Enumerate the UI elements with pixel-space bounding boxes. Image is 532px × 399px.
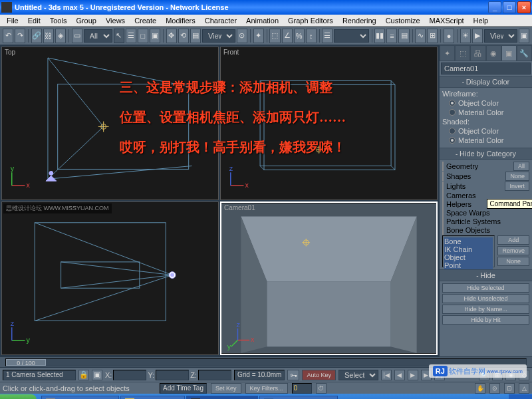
absolute-mode-button[interactable]: ▣: [92, 370, 102, 380]
curve-editor-button[interactable]: ∿: [415, 29, 426, 43]
time-config-button[interactable]: ⏱: [316, 383, 327, 394]
viewport-left[interactable]: 思维设计论坛 WWW.MISSYUAN.COM y z: [1, 201, 219, 355]
goto-start-button[interactable]: |◀: [381, 370, 392, 380]
set-key-button[interactable]: Set Key: [211, 383, 241, 394]
chk-geometry[interactable]: [442, 162, 444, 171]
pan-button[interactable]: ✋: [475, 383, 485, 394]
coord-z-input[interactable]: [198, 370, 231, 380]
minimize-button[interactable]: _: [488, 1, 501, 13]
menu-views[interactable]: Views: [102, 16, 129, 25]
field-of-view-button[interactable]: △: [519, 383, 529, 394]
close-button[interactable]: ×: [517, 1, 531, 13]
tab-motion[interactable]: ◉: [486, 45, 501, 61]
rotate-button[interactable]: ⟲: [178, 29, 189, 43]
btn-hide-by-name[interactable]: Hide by Name...: [442, 305, 529, 314]
tab-hierarchy[interactable]: 品: [470, 45, 485, 61]
named-selection-button[interactable]: ☰: [322, 29, 332, 43]
quick-render-button[interactable]: ▶: [472, 29, 483, 43]
menu-character[interactable]: Character: [201, 16, 241, 25]
tab-utilities[interactable]: 🔧: [517, 45, 532, 61]
select-manipulate-button[interactable]: ✦: [253, 29, 264, 43]
material-editor-button[interactable]: ●: [444, 29, 454, 43]
btn-hide-by-hit[interactable]: Hide by Hit: [442, 315, 529, 325]
key-mode-toggle[interactable]: 🗝: [287, 370, 299, 380]
chk-lights[interactable]: [442, 182, 444, 191]
btn-none[interactable]: None: [505, 172, 529, 181]
viewport-camera[interactable]: Camera01 x z y: [220, 201, 438, 355]
angle-snap-button[interactable]: ∠: [282, 29, 293, 43]
menu-modifiers[interactable]: Modifiers: [162, 16, 200, 25]
center-pivot-button[interactable]: ⊙: [237, 29, 247, 43]
coord-x-input[interactable]: [113, 370, 146, 380]
percent-snap-button[interactable]: %: [294, 29, 305, 43]
chk-particle-systems[interactable]: [442, 217, 444, 226]
object-name-field[interactable]: [441, 63, 531, 74]
key-filters-button[interactable]: Key Filters...: [245, 383, 288, 394]
menu-edit[interactable]: Edit: [24, 16, 45, 25]
system-tray[interactable]: ◐ ♪: [509, 394, 533, 399]
btn-add[interactable]: Add: [497, 235, 529, 245]
layer-button[interactable]: ▤: [398, 29, 409, 43]
scale-button[interactable]: ▤: [190, 29, 201, 43]
schematic-view-button[interactable]: ⊞: [427, 29, 438, 43]
taskbar-item-photoshop[interactable]: Adobe Photoshop: [259, 396, 338, 399]
rollout-display-color-header[interactable]: - Display Color: [440, 76, 532, 88]
current-frame-input[interactable]: [292, 383, 312, 394]
tab-modify[interactable]: ⬚: [455, 45, 470, 61]
bind-button[interactable]: ◈: [55, 29, 66, 43]
align-button[interactable]: ≡: [386, 29, 397, 43]
viewport-front[interactable]: Front x z: [220, 47, 438, 200]
coord-y-input[interactable]: [156, 370, 189, 380]
menu-customize[interactable]: Customize: [382, 16, 424, 25]
menu-create[interactable]: Create: [130, 16, 160, 25]
chk-space-warps[interactable]: [442, 208, 444, 217]
link-button[interactable]: 🔗: [31, 29, 42, 43]
redo-button[interactable]: ↷: [15, 29, 25, 43]
key-selection-set[interactable]: Selected: [338, 370, 378, 380]
chk-helpers[interactable]: [442, 200, 444, 209]
prev-frame-button[interactable]: ◀: [394, 370, 405, 380]
btn-invert[interactable]: Invert: [505, 182, 529, 191]
maximize-button[interactable]: □: [503, 1, 516, 13]
window-crossing-button[interactable]: ▣: [150, 29, 160, 43]
undo-button[interactable]: ↶: [3, 29, 13, 43]
start-button[interactable]: ⊞ 开始: [0, 394, 37, 399]
spinner-snap-button[interactable]: ↕: [306, 29, 317, 43]
select-name-button[interactable]: ☰: [126, 29, 136, 43]
mirror-button[interactable]: ▮▮: [374, 29, 385, 43]
tab-display[interactable]: ▣: [501, 45, 517, 61]
viewport-top[interactable]: Top x y: [1, 47, 219, 200]
taskbar-item-3dsmax[interactable]: Untitled - 3ds ...: [186, 396, 258, 399]
arc-rotate-button[interactable]: ⊙: [489, 383, 500, 394]
select-button[interactable]: ▭: [72, 29, 82, 43]
rollout-hide-header[interactable]: - Hide: [440, 270, 532, 281]
render-last-button[interactable]: ▣: [519, 29, 529, 43]
radio-shaded-object-color[interactable]: [449, 128, 456, 134]
rollout-hide-category-header[interactable]: - Hide by Category: [440, 148, 532, 160]
menu-maxscript[interactable]: MAXScript: [426, 16, 468, 25]
taskbar-item-realone[interactable]: RealOne Player...: [41, 396, 119, 399]
btn-all[interactable]: All: [513, 162, 529, 171]
hide-list[interactable]: Bone IK Chain Object Point: [442, 235, 495, 267]
named-selection-set[interactable]: [334, 29, 368, 43]
min-max-toggle-button[interactable]: ⊡: [504, 383, 515, 394]
auto-key-button[interactable]: Auto Key: [302, 370, 336, 380]
ref-coord-system[interactable]: View: [202, 29, 235, 43]
move-button[interactable]: ✥: [166, 29, 177, 43]
play-button[interactable]: ▶: [408, 370, 418, 380]
btn-remove[interactable]: Remove: [497, 246, 529, 255]
menu-animation[interactable]: Animation: [242, 16, 283, 25]
snap-toggle-button[interactable]: ⬚: [269, 29, 280, 43]
chk-bone-objects[interactable]: [442, 225, 444, 235]
render-type[interactable]: View: [484, 29, 517, 43]
radio-wire-material-color[interactable]: [449, 109, 456, 116]
render-scene-button[interactable]: ☀: [460, 29, 471, 43]
selection-filter[interactable]: All: [84, 29, 112, 43]
select-region-button[interactable]: □: [138, 29, 148, 43]
add-time-tag[interactable]: Add Time Tag: [160, 383, 207, 394]
btn-hide-selected[interactable]: Hide Selected: [442, 283, 529, 293]
radio-wire-object-color[interactable]: [449, 100, 456, 106]
menu-help[interactable]: Help: [469, 16, 493, 25]
btn-none2[interactable]: None: [497, 257, 529, 266]
chk-shapes[interactable]: [442, 172, 444, 181]
